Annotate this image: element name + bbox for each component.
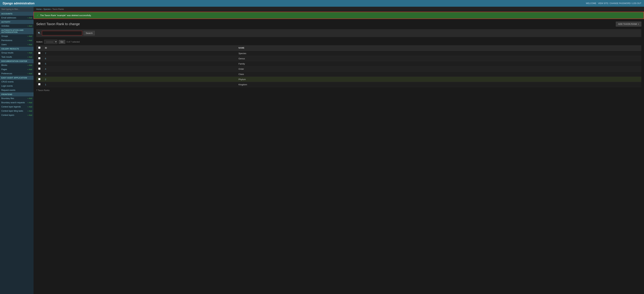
sidebar-add-task-results[interactable]: + Add (28, 56, 32, 58)
sidebar-item-context-layers: Context layers + Add (0, 113, 34, 117)
sidebar-section-accounts: ACCOUNTS Email addresses + Add (0, 12, 34, 20)
row-id-link[interactable]: 2 (45, 78, 46, 81)
breadcrumb-species[interactable]: Species (44, 8, 51, 10)
row-id: 2 (43, 77, 236, 82)
row-id-link[interactable]: 5 (45, 62, 46, 65)
row-name: Phylum (236, 77, 641, 82)
sidebar-add-pages[interactable]: + Add (28, 68, 32, 70)
sidebar-link-group-results[interactable]: Group results (1, 52, 14, 54)
search-input[interactable] (42, 31, 82, 35)
row-id: 6 (43, 56, 236, 61)
sidebar-add-group-results[interactable]: + Add (28, 52, 32, 54)
row-checkbox[interactable] (38, 83, 40, 85)
breadcrumb-current: Taxon Ranks (52, 8, 64, 10)
row-id-link[interactable]: 3 (45, 73, 46, 75)
sidebar-link-permissions[interactable]: Permissions (1, 39, 12, 41)
sidebar-add-activities[interactable]: + Add (28, 25, 32, 27)
sidebar-link-boundary-files[interactable]: Boundary files (1, 97, 14, 100)
change-password-link[interactable]: CHANGE PASSWORD (610, 2, 630, 4)
sidebar-add-context-layers[interactable]: + Add (28, 114, 32, 116)
row-checkbox[interactable] (38, 73, 40, 75)
sidebar-link-login-events[interactable]: Login events (1, 85, 13, 87)
go-button[interactable]: Go (59, 40, 65, 44)
row-name: Family (236, 61, 641, 66)
sidebar-section-header: ACCOUNTS (0, 12, 34, 16)
sidebar-add-groups[interactable]: + Add (28, 35, 32, 37)
row-id-link[interactable]: 4 (45, 68, 46, 70)
add-taxon-rank-button[interactable]: ADD TAXON RANK + (616, 22, 641, 26)
sidebar-link-task-results[interactable]: Task results (1, 56, 12, 58)
sidebar-add-context-layer-legends[interactable]: + Add (28, 106, 32, 108)
sidebar-section-header-auth: AUTHENTICATION AND AUTHORIZATION (0, 28, 34, 34)
sidebar-item-crud-events: CRUD events (0, 80, 34, 84)
success-message: ✓ The Taxon Rank "example" was deleted s… (34, 12, 644, 19)
select-all-checkbox[interactable] (38, 47, 40, 49)
sidebar-add-boundary-search-requests[interactable]: + Add (28, 102, 32, 104)
sidebar-add-boundary-files[interactable]: + Add (28, 97, 32, 99)
sidebar-link-activities[interactable]: Activities (1, 25, 9, 27)
log-out-link[interactable]: LOG OUT (632, 2, 641, 4)
action-select[interactable]: ---------- (44, 40, 57, 44)
sidebar-add-permissions[interactable]: + Add (28, 39, 32, 41)
breadcrumb-home[interactable]: Home (36, 8, 42, 10)
breadcrumb: Home › Species › Taxon Ranks (34, 7, 644, 12)
row-checkbox-cell (36, 56, 43, 61)
row-id-link[interactable]: 7 (45, 52, 46, 55)
row-checkbox[interactable] (38, 62, 40, 64)
search-button[interactable]: Search (84, 31, 95, 35)
sidebar-filter-input[interactable] (0, 7, 34, 12)
row-checkbox[interactable] (38, 52, 40, 54)
column-header-name[interactable]: NAME (236, 45, 641, 51)
row-name: Class (236, 72, 641, 77)
sidebar-link-pages[interactable]: Pages (1, 68, 7, 71)
action-bar: Action: ---------- Go 0 of 7 selected (36, 40, 641, 44)
view-site-link[interactable]: VIEW SITE (598, 2, 608, 4)
sidebar-link-users[interactable]: Users (1, 43, 6, 46)
sidebar-item-context-layer-tiling-tasks: Context layer tiling tasks + Add (0, 109, 34, 113)
sidebar-link-blocks[interactable]: Blocks (1, 64, 7, 66)
sidebar-item-boundary-search-requests: Boundary search requests + Add (0, 101, 34, 105)
sidebar-add-blocks[interactable]: + Add (28, 64, 32, 66)
row-name: Species (236, 51, 641, 56)
add-taxon-rank-label: ADD TAXON RANK (618, 23, 637, 25)
sidebar-link-crud-events[interactable]: CRUD events (1, 81, 14, 83)
page-title: Select Taxon Rank to change (36, 22, 80, 26)
main-content: Home › Species › Taxon Ranks ✓ The Taxon… (34, 7, 644, 294)
row-id: 4 (43, 66, 236, 72)
sidebar-link-request-events[interactable]: Request events (1, 89, 15, 91)
sidebar-section-header-celery: CELERY RESULTS (0, 47, 34, 51)
sidebar-link-groups[interactable]: Groups (1, 35, 8, 37)
sidebar-section-auth: AUTHENTICATION AND AUTHORIZATION Groups … (0, 28, 34, 47)
success-icon: ✓ (36, 14, 39, 17)
selected-count: 0 of 7 selected (66, 41, 80, 43)
column-header-id[interactable]: ID (43, 45, 236, 51)
sidebar-add-preferences[interactable]: + Add (28, 73, 32, 75)
row-id-link[interactable]: 1 (45, 83, 46, 86)
row-checkbox-cell (36, 72, 43, 77)
sidebar-link-context-layer-legends[interactable]: Context layer legends (1, 106, 21, 108)
row-id-link[interactable]: 6 (45, 57, 46, 60)
sidebar-add-users[interactable]: + Add (28, 43, 32, 46)
content: Select Taxon Rank to change ADD TAXON RA… (34, 19, 644, 94)
sidebar-add-context-layer-tiling-tasks[interactable]: + Add (28, 110, 32, 112)
table-row: 4Order (36, 66, 641, 72)
table-row: 6Genus (36, 56, 641, 61)
sidebar-link-preferences[interactable]: Preferences (1, 72, 12, 75)
sidebar-link-email-addresses[interactable]: Email addresses (1, 16, 16, 19)
row-checkbox[interactable] (38, 57, 40, 59)
sidebar-item-context-layer-legends: Context layer legends + Add (0, 105, 34, 109)
sidebar-link-boundary-search-requests[interactable]: Boundary search requests (1, 101, 25, 104)
row-name: Genus (236, 56, 641, 61)
sidebar-link-context-layers[interactable]: Context layers (1, 114, 14, 116)
sidebar-section-docs: DOCUMENTATION CENTER Blocks + Add Pages … (0, 59, 34, 76)
sidebar-section-header-activity: ACTIVITY (0, 20, 34, 24)
row-id: 5 (43, 61, 236, 66)
row-checkbox[interactable] (38, 67, 40, 70)
table-row: 1Kingdom (36, 82, 641, 87)
table-row: 3Class (36, 72, 641, 77)
sidebar-section-frontend: FRONTEND Boundary files + Add Boundary s… (0, 92, 34, 117)
row-checkbox[interactable] (38, 78, 40, 80)
sidebar-add-email-addresses[interactable]: + Add (28, 17, 32, 19)
sidebar-link-context-layer-tiling-tasks[interactable]: Context layer tiling tasks (1, 110, 23, 112)
table-row: 2Phylum (36, 77, 641, 82)
